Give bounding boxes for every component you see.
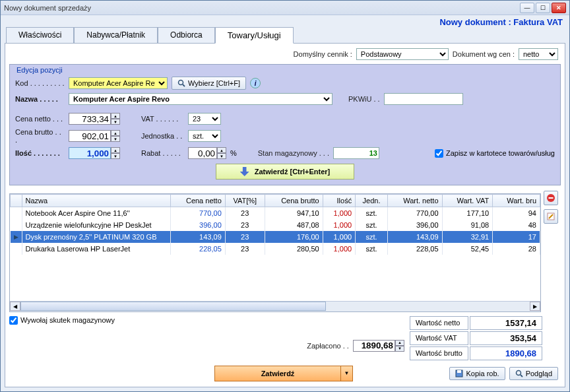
warehouse-effect-checkbox[interactable]: Wywołaj skutek magazynowy (9, 316, 115, 325)
info-icon[interactable]: i (250, 78, 261, 88)
pkwiu-input[interactable] (384, 93, 463, 105)
prices-by-label: Dokument wg cen : (453, 50, 515, 58)
discount-unit: % (230, 149, 237, 157)
total-label: Wartość netto (410, 316, 468, 330)
gross-price-label: Cena brutto . . . (15, 128, 65, 144)
code-label: Kod . . . . . . . . . (15, 79, 65, 87)
pkwiu-label: PKWiU . . (348, 95, 380, 103)
approve-line-button[interactable]: Zatwierdź [Ctrl+Enter] (216, 164, 354, 180)
table-row[interactable]: ▶Dysk przenośny 2,5'' PLATINUM 320 GB143… (11, 231, 540, 243)
code-combo[interactable]: Komputer Acer Aspire Revo (69, 77, 168, 89)
tab-body: Domyślny cennik : Podstawowy Dokument wg… (5, 43, 565, 387)
discount-spinner[interactable]: ▲▼ (188, 147, 226, 159)
paid-label: Zapłacono . . (307, 342, 349, 350)
scroll-right-icon[interactable]: ▶ (530, 302, 540, 311)
choose-button[interactable]: Wybierz [Ctrl+F] (172, 77, 246, 90)
total-label: Wartość VAT (410, 331, 468, 345)
tab-buyer[interactable]: Nabywca/Płatnik (74, 27, 158, 44)
tab-properties[interactable]: Właściwości (6, 27, 74, 44)
vat-label: VAT . . . . . . (141, 115, 184, 123)
arrow-down-icon (240, 167, 249, 176)
items-grid[interactable]: NazwaCena nettoVAT[%]Cena bruttoIlośćJed… (9, 193, 541, 312)
total-value: 1890,68 (470, 346, 542, 360)
search-icon (177, 79, 185, 87)
svg-point-0 (179, 81, 183, 85)
svg-line-1 (183, 84, 185, 86)
horizontal-scrollbar[interactable]: ◀ ▶ (10, 301, 540, 311)
net-price-label: Cena netto . . . (15, 115, 65, 123)
tabs: Właściwości Nabywca/Płatnik Odbiorca Tow… (1, 26, 569, 43)
draft-button[interactable]: Kopia rob. (449, 367, 505, 380)
table-row[interactable]: Urządzenie wielofunkcyjne HP DeskJet396,… (11, 219, 540, 231)
minimize-button[interactable]: — (520, 3, 534, 13)
vat-select[interactable]: 23 (188, 113, 221, 125)
fieldset-legend: Edycja pozycji (16, 66, 555, 74)
tab-goods[interactable]: Towary/Usługi (215, 27, 294, 44)
paid-spinner[interactable]: ▲▼ (353, 340, 404, 352)
net-price-spinner[interactable]: ▲▼ (69, 113, 120, 125)
total-label: Wartość brutto (410, 346, 468, 360)
svg-point-7 (516, 370, 521, 375)
discount-label: Rabat . . . . . (141, 149, 184, 157)
unit-label: Jednostka . . (141, 132, 184, 140)
edit-row-button[interactable] (544, 209, 558, 224)
window-title: Nowy dokument sprzedaży (4, 4, 520, 12)
disk-icon (455, 370, 463, 377)
magnifier-icon (515, 370, 523, 377)
edit-position-fieldset: Edycja pozycji Kod . . . . . . . . . Kom… (9, 64, 561, 185)
submit-dropdown-icon[interactable]: ▼ (340, 366, 352, 381)
stock-value (333, 147, 379, 159)
table-row[interactable]: Drukarka Laserowa HP LaserJet228,0523280… (11, 243, 540, 255)
totals-table: Wartość netto1537,14Wartość VAT353,54War… (408, 315, 544, 362)
name-combo[interactable]: Komputer Acer Aspire Revo (69, 93, 332, 105)
prices-by-select[interactable]: netto (519, 48, 558, 60)
stock-label: Stan magazynowy . . . (258, 149, 329, 157)
maximize-button[interactable]: ☐ (536, 3, 550, 13)
svg-rect-6 (457, 370, 461, 373)
total-value: 353,54 (470, 331, 542, 345)
tab-recipient[interactable]: Odbiorca (158, 27, 215, 44)
delete-row-button[interactable] (544, 191, 558, 205)
qty-label: Ilość . . . . . . . (15, 149, 65, 157)
pricelist-select[interactable]: Podstawowy (356, 48, 449, 60)
svg-line-8 (521, 375, 522, 377)
preview-button[interactable]: Podgląd (509, 367, 558, 380)
close-button[interactable]: ✕ (552, 3, 566, 13)
total-value: 1537,14 (470, 316, 542, 330)
table-row[interactable]: Notebook Acer Aspire One 11,6''770,00239… (11, 207, 540, 219)
svg-rect-3 (549, 197, 554, 199)
name-label: Nazwa . . . . . (15, 95, 65, 103)
qty-spinner[interactable]: ▲▼ (69, 147, 120, 159)
pricelist-label: Domyślny cennik : (294, 50, 352, 58)
save-catalog-checkbox[interactable]: Zapisz w kartotece towarów/usług (435, 149, 555, 158)
scroll-left-icon[interactable]: ◀ (10, 302, 20, 311)
gross-price-spinner[interactable]: ▲▼ (69, 130, 120, 142)
titlebar: Nowy dokument sprzedaży — ☐ ✕ (1, 1, 569, 15)
submit-document-button[interactable]: Zatwierdź ▼ (214, 366, 353, 381)
unit-select[interactable]: szt. (188, 130, 221, 142)
